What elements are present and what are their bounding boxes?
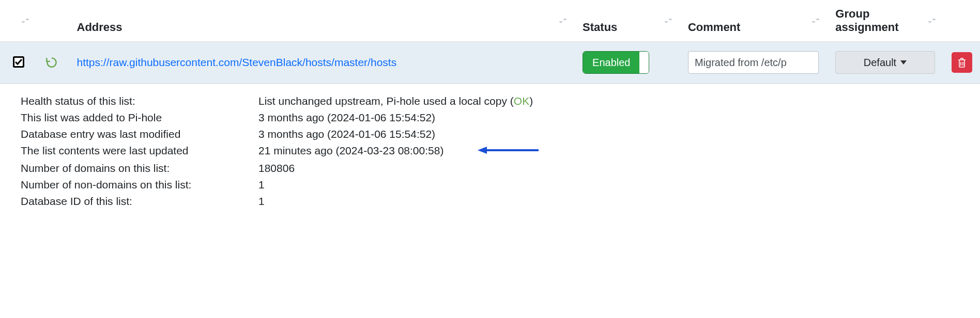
detail-label-modified: Database entry was last modified (21, 128, 258, 140)
detail-label-domains: Number of domains on this list: (21, 162, 258, 174)
detail-value-domains: 180806 (258, 162, 959, 174)
column-header-status[interactable]: Status (574, 0, 680, 42)
detail-value-added: 3 months ago (2024-01-06 15:54:52) (258, 112, 959, 124)
detail-value-health: List unchanged upstream, Pi-hole used a … (258, 95, 959, 107)
list-address-link[interactable]: https://raw.githubusercontent.com/Steven… (77, 56, 397, 68)
group-label: Default (864, 57, 896, 69)
column-header-delete (943, 0, 980, 42)
trash-icon (957, 57, 967, 68)
detail-label-nondomains: Number of non-domains on this list: (21, 179, 258, 191)
column-header-comment[interactable]: Comment (680, 0, 827, 42)
detail-value-updated: 21 minutes ago (2024-03-23 08:00:58) (258, 145, 959, 158)
detail-label-dbid: Database ID of this list: (21, 195, 258, 208)
detail-label-updated: The list contents were last updated (21, 145, 258, 158)
column-header-address[interactable]: Address (69, 0, 575, 42)
column-header-group[interactable]: Group assignment (827, 0, 943, 42)
detail-value-dbid: 1 (258, 195, 959, 208)
detail-value-nondomains: 1 (258, 179, 959, 191)
group-assignment-dropdown[interactable]: Default (835, 51, 935, 74)
column-header-label: Address (77, 21, 122, 34)
column-header-label: Group assignment (835, 7, 898, 34)
detail-label-added: This list was added to Pi-hole (21, 112, 258, 124)
check-icon (14, 58, 23, 66)
svg-marker-1 (478, 147, 487, 154)
sort-icon (20, 15, 30, 26)
sort-icon (810, 15, 821, 26)
comment-input[interactable] (688, 51, 819, 74)
detail-value-modified: 3 months ago (2024-01-06 15:54:52) (258, 128, 959, 140)
sort-icon (927, 15, 937, 26)
list-details-panel: Health status of this list: List unchang… (0, 84, 980, 219)
history-icon[interactable] (45, 56, 60, 69)
sort-icon (663, 15, 673, 26)
column-header-checkbox[interactable] (0, 0, 37, 42)
sort-icon (558, 15, 568, 26)
table-row[interactable]: https://raw.githubusercontent.com/Steven… (0, 42, 980, 84)
column-header-label: Comment (688, 21, 740, 34)
chevron-down-icon (900, 60, 907, 65)
status-toggle-label: Enabled (583, 52, 639, 73)
detail-label-health: Health status of this list: (21, 95, 258, 107)
annotation-arrow-icon (478, 145, 540, 158)
status-toggle[interactable]: Enabled (583, 51, 649, 74)
ok-status: OK (514, 95, 529, 107)
column-header-reload (37, 0, 68, 42)
toggle-handle (639, 52, 649, 73)
delete-button[interactable] (952, 52, 972, 73)
column-header-label: Status (583, 21, 617, 34)
row-checkbox[interactable] (13, 56, 24, 68)
